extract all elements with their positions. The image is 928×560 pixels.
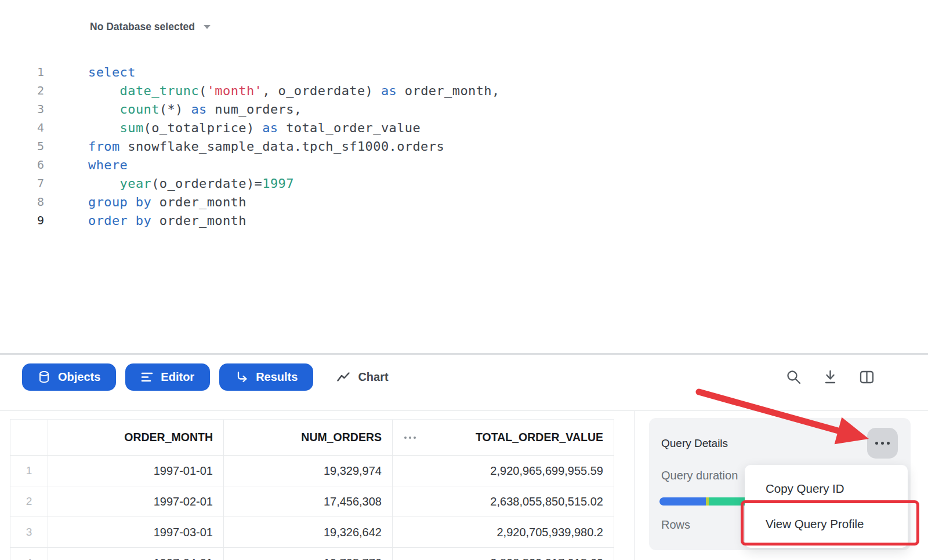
row-number-cell: 2 [10,486,48,517]
annotation-highlight-box [741,500,919,546]
cell-num-orders[interactable]: 19,326,642 [224,517,393,547]
query-details-title: Query Details [661,437,728,450]
table-header-row: ORDER_MONTH NUM_ORDERS TOTAL_ORDER_VALUE [10,420,614,456]
split-view-button[interactable] [859,369,875,385]
cell-total-order-value[interactable]: 2,638,055,850,515.02 [393,486,614,517]
cell-num-orders[interactable]: 17,456,308 [224,486,393,517]
column-header-num-orders[interactable]: NUM_ORDERS [224,420,393,455]
ellipsis-icon [875,442,878,445]
row-number-cell: 3 [10,517,48,547]
code-line[interactable]: 4 sum(o_totalprice) as total_order_value [0,118,638,137]
table-row: 2 1997-02-01 17,456,308 2,638,055,850,51… [10,486,614,517]
code-text: year(o_orderdate)=1997 [88,176,294,191]
code-line[interactable]: 6 where [0,155,638,174]
line-number: 1 [0,65,44,79]
download-button[interactable] [822,369,838,385]
code-text: date_trunc('month', o_orderdate) as orde… [88,83,500,98]
line-number: 7 [0,176,44,190]
column-header-total-order-value[interactable]: TOTAL_ORDER_VALUE [393,420,614,455]
code-line[interactable]: 7 year(o_orderdate)=1997 [0,174,638,192]
cell-total-order-value[interactable]: 2,920,705,939,980.2 [393,517,614,547]
row-number-header [10,420,48,455]
database-selector[interactable]: No Database selected [90,21,211,33]
cell-order-month[interactable]: 1997-04-01 [48,548,224,560]
row-number-cell: 4 [10,548,48,560]
line-number: 4 [0,121,44,134]
more-options-button[interactable] [867,428,898,459]
database-selector-label: No Database selected [90,21,195,33]
line-number: 5 [0,139,44,153]
table-row: 3 1997-03-01 19,326,642 2,920,705,939,98… [10,517,614,548]
line-number: 2 [0,83,44,97]
code-text: order by order_month [88,213,246,228]
editor-lines-icon [141,371,153,383]
column-header-order-month[interactable]: ORDER_MONTH [48,420,224,455]
duration-segment-blue [659,497,706,506]
rows-label: Rows [661,518,690,532]
code-line[interactable]: 8 group by order_month [0,192,638,211]
cell-total-order-value[interactable]: 2,898,529,917,915.62 [393,548,614,560]
objects-button[interactable]: Objects [22,363,116,391]
code-text: count(*) as num_orders, [88,102,302,117]
objects-button-label: Objects [58,370,100,384]
database-icon [38,370,50,384]
code-text: group by order_month [88,195,246,209]
chevron-down-icon [204,25,211,29]
line-number: 3 [0,102,44,116]
code-line[interactable]: 3 count(*) as num_orders, [0,100,638,118]
results-button-label: Results [256,370,298,384]
code-line[interactable]: 9 order by order_month [0,211,638,230]
code-line[interactable]: 2 date_trunc('month', o_orderdate) as or… [0,81,638,100]
worksheet: No Database selected 1 select 2 date_tru… [0,0,928,560]
editor-button-label: Editor [161,370,194,384]
code-text: where [88,158,128,172]
chart-tab[interactable]: Chart [336,370,388,384]
column-menu-dots-icon[interactable] [404,437,416,439]
cell-num-orders[interactable]: 19,705,776 [224,548,393,560]
return-arrow-icon [235,370,248,384]
code-line[interactable]: 1 select [0,63,638,81]
code-text: sum(o_totalprice) as total_order_value [88,121,420,135]
cell-num-orders[interactable]: 19,329,974 [224,456,393,486]
search-button[interactable] [786,369,802,385]
table-row: 1 1997-01-01 19,329,974 2,920,965,699,95… [10,456,614,486]
chart-tab-label: Chart [358,370,388,384]
line-number: 8 [0,195,44,209]
line-number: 6 [0,158,44,172]
panel-divider[interactable] [634,411,635,560]
query-duration-label: Query duration [661,469,738,482]
cell-total-order-value[interactable]: 2,920,965,699,955.59 [393,456,614,486]
cell-order-month[interactable]: 1997-03-01 [48,517,224,547]
results-table: ORDER_MONTH NUM_ORDERS TOTAL_ORDER_VALUE… [10,419,614,560]
table-row: 4 1997-04-01 19,705,776 2,898,529,917,91… [10,548,614,560]
editor-button[interactable]: Editor [125,363,210,391]
line-number: 9 [0,213,44,227]
results-button[interactable]: Results [219,363,313,391]
cell-order-month[interactable]: 1997-01-01 [48,456,224,486]
row-number-cell: 1 [10,456,48,486]
cell-order-month[interactable]: 1997-02-01 [48,486,224,517]
code-text: select [88,65,136,79]
code-text: from snowflake_sample_data.tpch_sf1000.o… [88,139,444,154]
code-editor[interactable]: 1 select 2 date_trunc('month', o_orderda… [0,63,638,230]
chart-line-icon [336,371,350,383]
code-line[interactable]: 5 from snowflake_sample_data.tpch_sf1000… [0,137,638,155]
results-panel-border [0,410,928,411]
